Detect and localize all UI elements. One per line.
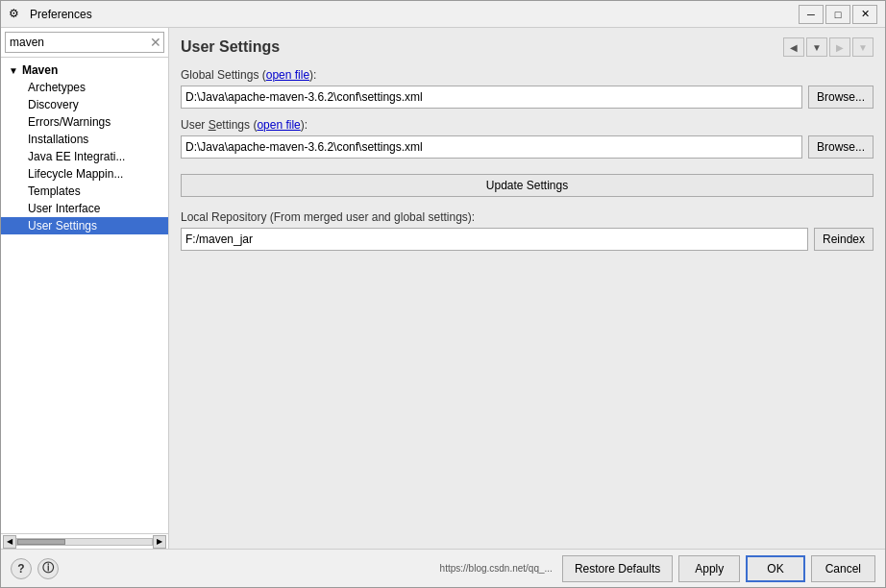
maven-label: Maven — [22, 63, 58, 77]
user-settings-label-end: ): — [301, 118, 308, 132]
sidebar: ✕ ▼ Maven Archetypes Discovery Errors/Wa… — [1, 28, 169, 549]
bottom-right-buttons: Restore Defaults Apply OK Cancel — [562, 555, 875, 582]
user-settings-browse-button[interactable]: Browse... — [808, 135, 874, 159]
sidebar-item-errors-warnings[interactable]: Errors/Warnings — [1, 113, 168, 131]
global-settings-label-end: ): — [309, 68, 316, 82]
local-repo-label: Local Repository (From merged user and g… — [181, 210, 874, 224]
local-repo-input[interactable] — [181, 228, 808, 251]
restore-defaults-button[interactable]: Restore Defaults — [562, 555, 673, 582]
nav-buttons: ◀ ▼ ▶ ▼ — [783, 37, 874, 57]
close-button[interactable]: ✕ — [852, 5, 877, 24]
user-settings-open-file-link[interactable]: open file — [257, 118, 300, 132]
sidebar-item-user-settings[interactable]: User Settings — [1, 217, 168, 234]
sidebar-item-installations[interactable]: Installations — [1, 131, 168, 148]
horizontal-scrollbar[interactable]: ◀ ▶ — [1, 533, 168, 549]
minimize-button[interactable]: ─ — [799, 5, 824, 24]
user-settings-section: User Settings (open file): Browse... — [181, 118, 874, 159]
bottom-left-buttons: ? ⓘ — [11, 558, 59, 579]
sidebar-item-templates[interactable]: Templates — [1, 183, 168, 200]
global-settings-row: Browse... — [181, 86, 874, 109]
user-settings-row: Browse... — [181, 135, 874, 159]
info-button[interactable]: ⓘ — [37, 558, 59, 579]
search-input[interactable] — [5, 32, 164, 53]
maximize-button[interactable]: □ — [825, 5, 850, 24]
user-settings-label: User Settings (open file): — [181, 118, 874, 132]
local-repo-section: Local Repository (From merged user and g… — [181, 210, 874, 251]
ok-button[interactable]: OK — [746, 555, 804, 582]
global-settings-section: Global Settings (open file): Browse... — [181, 68, 874, 109]
global-settings-label: Global Settings (open file): — [181, 68, 874, 82]
sidebar-item-archetypes[interactable]: Archetypes — [1, 79, 168, 96]
nav-back-button[interactable]: ◀ — [783, 37, 804, 57]
cancel-button[interactable]: Cancel — [811, 555, 875, 582]
global-settings-input[interactable] — [181, 86, 802, 109]
reindex-button[interactable]: Reindex — [814, 228, 874, 251]
panel-header: User Settings ◀ ▼ ▶ ▼ — [181, 37, 874, 57]
global-settings-label-text: Global Settings ( — [181, 68, 266, 82]
scroll-left-arrow[interactable]: ◀ — [3, 535, 16, 549]
content-area: ✕ ▼ Maven Archetypes Discovery Errors/Wa… — [1, 28, 885, 549]
window-title: Preferences — [30, 8, 799, 21]
apply-button[interactable]: Apply — [678, 555, 740, 582]
panel-title: User Settings — [181, 38, 280, 56]
search-bar: ✕ — [1, 28, 168, 58]
local-repo-row: Reindex — [181, 228, 874, 251]
scroll-right-arrow[interactable]: ▶ — [153, 535, 166, 549]
link-text: https://blog.csdn.net/qq_... — [440, 563, 553, 574]
global-settings-browse-button[interactable]: Browse... — [808, 86, 874, 109]
title-bar: ⚙ Preferences ─ □ ✕ — [1, 1, 885, 28]
sidebar-item-user-interface[interactable]: User Interface — [1, 200, 168, 217]
help-button[interactable]: ? — [11, 558, 32, 579]
search-clear-icon[interactable]: ✕ — [150, 35, 161, 50]
nav-back-dropdown-button[interactable]: ▼ — [806, 37, 827, 57]
scrollbar-thumb[interactable] — [17, 539, 65, 545]
sidebar-item-lifecycle[interactable]: Lifecycle Mappin... — [1, 165, 168, 183]
sidebar-item-discovery[interactable]: Discovery — [1, 96, 168, 113]
nav-forward-dropdown-button[interactable]: ▼ — [852, 37, 874, 57]
bottom-bar: ? ⓘ https://blog.csdn.net/qq_... Restore… — [1, 549, 885, 587]
tree-item-maven[interactable]: ▼ Maven — [1, 61, 168, 79]
global-settings-open-file-link[interactable]: open file — [266, 68, 309, 82]
user-settings-input[interactable] — [181, 135, 802, 159]
nav-forward-button[interactable]: ▶ — [829, 37, 850, 57]
user-settings-label-text: User Settings ( — [181, 118, 257, 132]
sidebar-item-javaee[interactable]: Java EE Integrati... — [1, 148, 168, 165]
update-settings-button[interactable]: Update Settings — [181, 174, 874, 197]
app-icon: ⚙ — [9, 7, 24, 22]
tree-area: ▼ Maven Archetypes Discovery Errors/Warn… — [1, 58, 168, 533]
search-wrapper: ✕ — [5, 32, 164, 53]
window-controls: ─ □ ✕ — [799, 5, 877, 24]
scrollbar-track[interactable] — [16, 538, 153, 546]
preferences-window: ⚙ Preferences ─ □ ✕ ✕ ▼ Maven A — [0, 0, 886, 588]
main-panel: User Settings ◀ ▼ ▶ ▼ Global Settings (o… — [169, 28, 885, 549]
expand-icon: ▼ — [9, 65, 18, 76]
